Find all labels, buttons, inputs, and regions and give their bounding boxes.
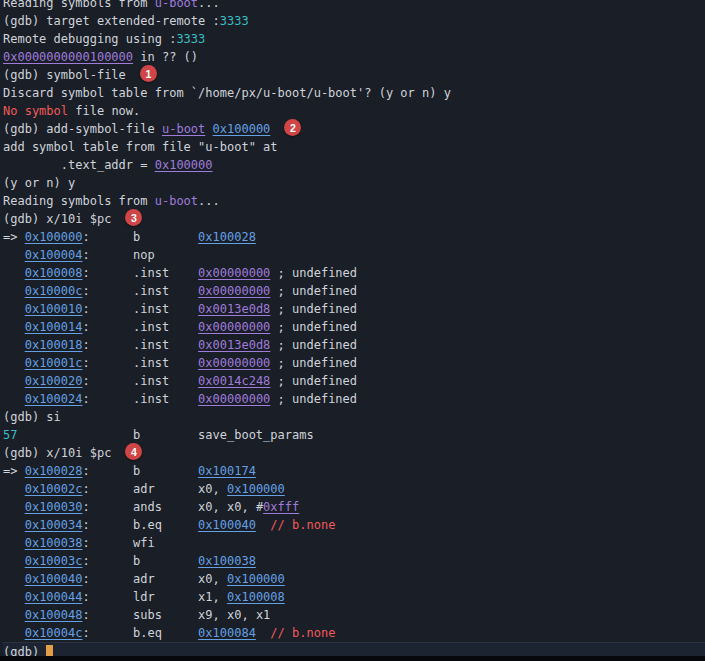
address-link[interactable]: 0x100028 bbox=[198, 230, 256, 244]
address-link[interactable]: 0x100084 bbox=[198, 626, 256, 640]
address-link[interactable]: 0x100000 bbox=[25, 230, 83, 244]
text-segment: : bbox=[82, 572, 89, 586]
text-segment: ; undefined bbox=[270, 320, 357, 334]
text-segment: adr x0, bbox=[90, 482, 227, 496]
text-segment: in ?? () bbox=[133, 50, 198, 64]
text-segment bbox=[3, 392, 25, 406]
terminal-line: 0x100018: .inst 0x0013e0d8 ; undefined bbox=[3, 336, 705, 354]
address-link[interactable]: 0x10002c bbox=[25, 482, 83, 496]
address-link[interactable]: 0x00000000 bbox=[198, 392, 270, 406]
address-link[interactable]: 0x100040 bbox=[198, 518, 256, 532]
address-link[interactable]: 0x100038 bbox=[25, 536, 83, 550]
terminal-line: 0x10000c: .inst 0x00000000 ; undefined bbox=[3, 282, 705, 300]
text-segment: (gdb) symbol-file bbox=[3, 68, 126, 82]
text-segment bbox=[3, 536, 25, 550]
address-link[interactable]: 0x100000 bbox=[155, 158, 213, 172]
address-link[interactable]: 0x10001c bbox=[25, 356, 83, 370]
terminal-line: 0x100048: subs x9, x0, x1 bbox=[3, 606, 705, 624]
address-link[interactable]: 0x100028 bbox=[25, 464, 83, 478]
text-segment: : bbox=[82, 374, 89, 388]
annotation-badge-1: 1 bbox=[140, 65, 157, 82]
address-link[interactable]: 0x10003c bbox=[25, 554, 83, 568]
text-segment: (gdb) target extended-remote : bbox=[3, 14, 220, 28]
terminal-line: 0x100014: .inst 0x00000000 ; undefined bbox=[3, 318, 705, 336]
text-segment: : bbox=[82, 608, 89, 622]
terminal-output[interactable]: Reading symbols from u-boot...(gdb) targ… bbox=[0, 0, 705, 661]
text-segment: ; undefined bbox=[270, 302, 357, 316]
text-segment: : bbox=[82, 482, 89, 496]
address-link[interactable]: 0x100020 bbox=[25, 374, 83, 388]
text-segment: b.eq bbox=[90, 518, 198, 532]
text-segment: : bbox=[82, 248, 89, 262]
text-segment: : bbox=[82, 626, 89, 640]
text-segment bbox=[3, 374, 25, 388]
address-link[interactable]: 0x100000 bbox=[213, 122, 271, 136]
address-link[interactable]: 0x100000 bbox=[227, 572, 285, 586]
address-link[interactable]: 0x100038 bbox=[198, 554, 256, 568]
terminal-line: 0x100038: wfi bbox=[3, 534, 705, 552]
terminal-line: 57 b save_boot_params bbox=[3, 426, 705, 444]
address-link[interactable]: 0x100034 bbox=[25, 518, 83, 532]
address-link[interactable]: 0x100008 bbox=[227, 590, 285, 604]
text-segment: u-boot bbox=[155, 0, 198, 10]
address-link[interactable]: 0x100044 bbox=[25, 590, 83, 604]
terminal-line: 0x10003c: b 0x100038 bbox=[3, 552, 705, 570]
address-link[interactable]: 0x0000000000100000 bbox=[3, 50, 133, 64]
terminal-line: (y or n) y bbox=[3, 174, 705, 192]
text-segment: ; undefined bbox=[270, 392, 357, 406]
text-segment: wfi bbox=[90, 536, 155, 550]
address-link[interactable]: 0x100018 bbox=[25, 338, 83, 352]
address-link[interactable]: 0x100010 bbox=[25, 302, 83, 316]
text-segment: : bbox=[82, 320, 89, 334]
address-link[interactable]: 0xfff bbox=[263, 500, 299, 514]
annotation-badge-2: 2 bbox=[284, 119, 301, 136]
annotation-badge-3: 3 bbox=[125, 209, 142, 226]
address-link[interactable]: 0x100004 bbox=[25, 248, 83, 262]
text-segment: ldr x1, bbox=[90, 590, 227, 604]
text-segment: b.eq bbox=[90, 626, 198, 640]
address-link[interactable]: 0x00000000 bbox=[198, 320, 270, 334]
address-link[interactable]: 0x0014c248 bbox=[198, 374, 270, 388]
terminal-line: 0x100040: adr x0, 0x100000 bbox=[3, 570, 705, 588]
terminal-line: 0x100010: .inst 0x0013e0d8 ; undefined bbox=[3, 300, 705, 318]
text-segment bbox=[3, 518, 25, 532]
address-link[interactable]: 0x100024 bbox=[25, 392, 83, 406]
text-segment: .inst bbox=[90, 266, 198, 280]
address-link[interactable]: 0x100040 bbox=[25, 572, 83, 586]
terminal-line: 0x100004: nop bbox=[3, 246, 705, 264]
address-link[interactable]: 0x100030 bbox=[25, 500, 83, 514]
address-link[interactable]: 0x00000000 bbox=[198, 284, 270, 298]
address-link[interactable]: 0x0013e0d8 bbox=[198, 302, 270, 316]
address-link[interactable]: 0x10000c bbox=[25, 284, 83, 298]
text-segment: (gdb) x/10i $pc bbox=[3, 212, 111, 226]
terminal-line: => 0x100028: b 0x100174 bbox=[3, 462, 705, 480]
text-segment: : bbox=[82, 536, 89, 550]
address-link[interactable]: 0x100014 bbox=[25, 320, 83, 334]
text-segment: : bbox=[82, 266, 89, 280]
text-segment: ands x0, x0, # bbox=[90, 500, 263, 514]
text-segment bbox=[3, 302, 25, 316]
address-link[interactable]: 0x00000000 bbox=[198, 266, 270, 280]
text-segment: : bbox=[82, 284, 89, 298]
address-link[interactable]: 0x100048 bbox=[25, 608, 83, 622]
text-segment: Discard symbol table from `/home/px/u-bo… bbox=[3, 86, 451, 100]
text-segment: adr x0, bbox=[90, 572, 227, 586]
address-link[interactable]: 0x100000 bbox=[227, 482, 285, 496]
text-segment: b bbox=[90, 230, 198, 244]
text-segment bbox=[3, 626, 25, 640]
address-link[interactable]: 0x100008 bbox=[25, 266, 83, 280]
address-link[interactable]: u-boot bbox=[162, 122, 205, 136]
address-link[interactable]: 0x100174 bbox=[198, 464, 256, 478]
text-segment: u-boot bbox=[155, 194, 198, 208]
address-link[interactable]: 0x0013e0d8 bbox=[198, 338, 270, 352]
text-segment: : bbox=[82, 590, 89, 604]
text-segment: b bbox=[90, 464, 198, 478]
text-segment: : bbox=[82, 302, 89, 316]
text-segment: : bbox=[82, 338, 89, 352]
terminal-line: add symbol table from file "u-boot" at bbox=[3, 138, 705, 156]
text-segment: .inst bbox=[90, 392, 198, 406]
text-segment bbox=[256, 626, 270, 640]
terminal-line: (gdb) target extended-remote :3333 bbox=[3, 12, 705, 30]
address-link[interactable]: 0x00000000 bbox=[198, 356, 270, 370]
address-link[interactable]: 0x10004c bbox=[25, 626, 83, 640]
